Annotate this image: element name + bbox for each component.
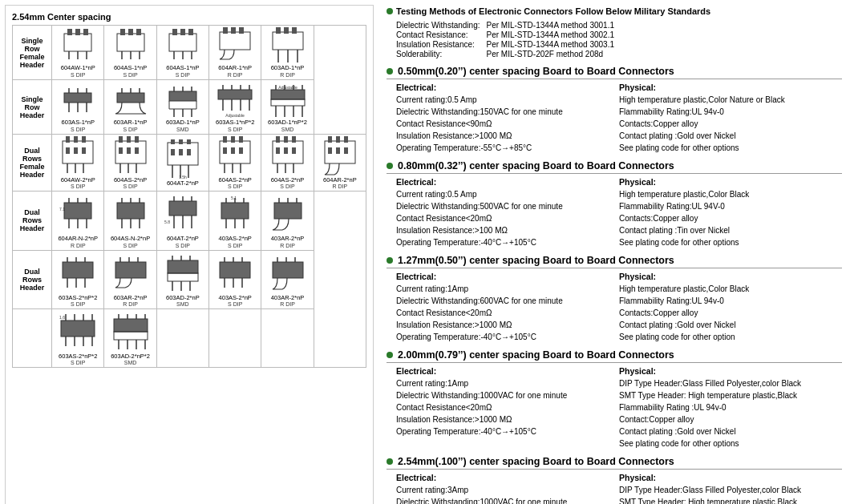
component-label: 603AR-2*nP — [107, 295, 153, 301]
component-type: R DIP — [264, 301, 310, 307]
list-item: 603AD-2*nP*2 SMD — [104, 308, 156, 367]
table-row: Contact Resistance: Per MIL-STD-1344A me… — [396, 30, 617, 40]
row-header-1: Single RowFemale Header — [13, 26, 52, 80]
physical-line: Flammability Rating :UL 94v-0 — [619, 401, 842, 413]
component-type: S DIP — [55, 360, 101, 365]
component-label: 603AD-1*nP — [264, 65, 310, 71]
connector-section: 0.80mm(0.32’’) center spacing Board to B… — [387, 160, 842, 248]
svg-rect-8 — [120, 29, 125, 35]
svg-rect-69 — [66, 147, 70, 154]
physical-line: Contacts:Copper alloy — [619, 307, 842, 319]
physical-title: Physical: — [619, 83, 842, 92]
svg-rect-10 — [136, 29, 141, 35]
svg-rect-86 — [171, 139, 175, 144]
physical-line: Contact:Copper alloy — [619, 413, 842, 425]
component-type: S DIP — [55, 183, 101, 189]
svg-rect-111 — [284, 147, 288, 154]
electrical-title: Electrical: — [396, 177, 619, 187]
list-item: 603AR-2*nP R DIP — [104, 250, 156, 308]
svg-rect-117 — [328, 136, 332, 143]
svg-text:1.6: 1.6 — [59, 315, 65, 320]
physical-col: Physical:High temperature plastic,Color … — [619, 272, 842, 343]
section-header: 1.27mm(0.50’’) center spacing Board to B… — [387, 255, 842, 268]
method-label: Dielectric Withstanding: — [396, 21, 486, 30]
component-type: S DIP — [55, 72, 101, 78]
electrical-col: Electrical:Current rating:1AmpDielectric… — [396, 272, 619, 343]
component-type: R DIP — [107, 301, 153, 307]
svg-rect-32 — [64, 93, 91, 103]
physical-line: SMT Type Header: High temperature plasti… — [619, 496, 842, 504]
section-content: Electrical:Current rating:0.5 AmpDielect… — [396, 177, 842, 248]
table-row: Single RowFemale Header 604AW-1*nP S DIP — [13, 26, 366, 80]
list-item: 604AS-N-2*nP S DIP — [104, 192, 156, 250]
svg-rect-119 — [344, 136, 348, 143]
svg-rect-67 — [74, 136, 78, 143]
list-item: Adjustable 603AS-1*nP*2 S DIP — [209, 80, 261, 135]
connector-grid: Single RowFemale Header 604AW-1*nP S DIP — [12, 25, 366, 368]
electrical-line: Contact Resistance<20mΩ — [396, 307, 619, 319]
svg-rect-107 — [276, 136, 280, 143]
bullet-icon — [387, 8, 393, 14]
svg-rect-118 — [336, 136, 340, 143]
svg-rect-120 — [328, 147, 332, 154]
svg-rect-26 — [276, 27, 281, 34]
component-label: 604AT-2*nP — [160, 236, 206, 242]
list-item: 604AS-2*nP S DIP — [209, 135, 261, 192]
svg-rect-177 — [220, 262, 250, 278]
svg-rect-184 — [273, 262, 303, 278]
component-type: R DIP — [317, 183, 363, 189]
component-type: SMD — [160, 301, 206, 307]
component-type: S DIP — [212, 243, 258, 248]
connector-section: 2.54mm(.100’’) center spacing Board to B… — [387, 456, 842, 504]
row-header-3: Dual RowsFemale Header — [13, 135, 52, 192]
component-type: S DIP — [212, 183, 258, 189]
empty-cell — [156, 308, 208, 367]
svg-rect-158 — [63, 262, 93, 278]
table-row: 1.6 603AS-2*nP*2 S DIP 60 — [13, 308, 366, 367]
component-type: R DIP — [55, 243, 101, 248]
list-item: 403AR-2*nP R DIP — [261, 250, 314, 308]
section-content: Electrical:Current rating:3AmpDielectric… — [396, 473, 842, 504]
component-label: 604AS-2*nP — [107, 177, 153, 183]
electrical-line: Current rating:3Amp — [396, 484, 619, 496]
physical-line: SMT Type Header: High temperature plasti… — [619, 389, 842, 401]
svg-rect-203 — [114, 332, 148, 340]
component-label: 604AR-1*nP — [212, 65, 258, 71]
list-item: 603AS-2*nP*2 S DIP — [52, 250, 104, 308]
svg-rect-112 — [292, 147, 296, 154]
svg-rect-146 — [221, 203, 249, 219]
component-type: S DIP — [107, 72, 153, 78]
svg-rect-97 — [223, 136, 227, 143]
component-type: S DIP — [55, 301, 101, 307]
svg-rect-78 — [135, 136, 139, 143]
row-header-5: Dual RowsHeader — [13, 250, 52, 308]
section-header: 2.54mm(.100’’) center spacing Board to B… — [387, 456, 842, 470]
component-label: 403AR-2*nP — [264, 295, 310, 301]
list-item: 604AR-2*nP R DIP — [314, 135, 366, 192]
method-label: Contact Resistance: — [396, 30, 486, 40]
testing-methods: Dielectric Withstanding: Per MIL-STD-134… — [396, 21, 842, 59]
svg-rect-28 — [292, 27, 297, 34]
physical-line: High temperature plastic,Color Black — [619, 188, 842, 200]
method-value: Per MIL-STD-1344A method 3003.1 — [486, 40, 617, 50]
physical-title: Physical: — [619, 473, 842, 482]
right-panel: Testing Methods of Electronic Connectors… — [378, 0, 850, 504]
svg-text:Adjustable: Adjustable — [226, 113, 245, 118]
list-item: 403AR-2*nP R DIP — [261, 192, 314, 250]
list-item: 604AS-2*nP S DIP — [261, 135, 314, 192]
svg-text:5.8: 5.8 — [164, 220, 170, 224]
svg-rect-165 — [115, 262, 146, 278]
svg-rect-80 — [127, 147, 131, 154]
component-type: S DIP — [55, 127, 101, 132]
component-label: 603AD-1*nP — [160, 119, 206, 126]
list-item: 5.1 403AS-2*nP S DIP — [209, 192, 261, 250]
section-title: 1.27mm(0.50’’) center spacing Board to B… — [398, 255, 674, 266]
physical-line: Flammability Rating:UL 94v-0 — [619, 106, 842, 118]
section-title: 2.00mm(0.79’’) center spacing Board to B… — [398, 349, 674, 361]
svg-rect-102 — [239, 147, 243, 154]
electrical-line: Contact Resistance<20mΩ — [396, 212, 619, 224]
section-bullet-icon — [387, 352, 393, 358]
list-item: 604AS-1*nP S DIP — [156, 26, 208, 80]
list-item: 1.6 603AS-2*nP*2 S DIP — [52, 308, 104, 367]
electrical-line: Insulation Resistance:>100 MΩ — [396, 224, 619, 236]
